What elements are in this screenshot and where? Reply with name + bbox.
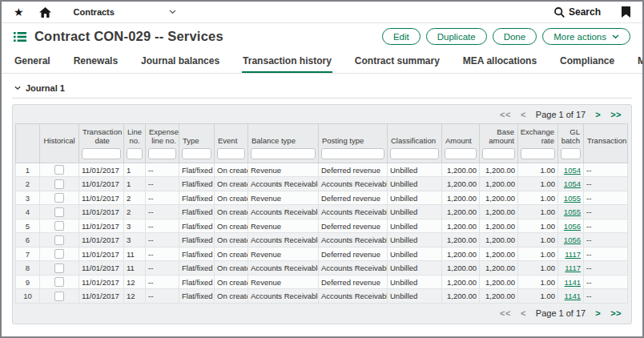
filter-input-expense-line-no[interactable]	[148, 148, 176, 159]
pager-next-button[interactable]: >	[595, 308, 601, 318]
gl-batch-link[interactable]: 1055	[564, 207, 581, 216]
cell-type: Flat/fixed	[179, 191, 215, 204]
cell-transaction-date: 11/01/2017	[79, 261, 124, 275]
historical-checkbox[interactable]	[54, 264, 64, 273]
tab-renewals[interactable]: Renewals	[73, 55, 119, 73]
column-header-transaction[interactable]: Transaction	[584, 124, 628, 163]
pager-last-button[interactable]: >>	[610, 110, 622, 119]
column-label: Historical	[42, 127, 77, 146]
column-header-amount[interactable]: Amount	[442, 124, 480, 163]
gl-batch-link[interactable]: 1141	[565, 278, 581, 287]
cell-posting-type: Deferred revenue	[319, 163, 388, 177]
filter-input-base-amount[interactable]	[482, 148, 515, 159]
column-header-line-no[interactable]: Line no.	[124, 124, 146, 163]
column-header-historical[interactable]: Historical	[40, 124, 79, 163]
filter-input-event[interactable]	[217, 148, 245, 159]
pager-first-button[interactable]: <<	[500, 308, 511, 318]
filter-input-exchange-rate[interactable]	[521, 148, 555, 159]
cell-line-no: 11	[124, 247, 146, 260]
tab-journal-balances[interactable]: Journal balances	[140, 55, 220, 73]
favorites-star-icon[interactable]: ★	[14, 6, 24, 18]
more-actions-button[interactable]: More actions	[542, 28, 630, 45]
cell-posting-type: Deferred revenue	[319, 191, 388, 204]
cell-event: On create	[215, 163, 248, 177]
filter-input-line-no[interactable]	[127, 148, 143, 159]
cell-gl-batch: 1054	[558, 177, 584, 191]
column-header-gl-batch[interactable]: GL batch	[558, 124, 584, 163]
filter-input-classification[interactable]	[390, 148, 439, 159]
tab-mea-allocations[interactable]: MEA allocations	[462, 55, 537, 73]
done-button[interactable]: Done	[493, 28, 537, 45]
edit-button[interactable]: Edit	[382, 28, 421, 45]
column-header-posting-type[interactable]: Posting type	[319, 124, 388, 163]
gl-batch-link[interactable]: 1054	[564, 166, 581, 175]
historical-checkbox[interactable]	[54, 193, 64, 203]
cell-balance-type: Accounts Receivable	[248, 177, 319, 191]
search-button[interactable]: Search	[554, 6, 601, 18]
duplicate-button[interactable]: Duplicate	[426, 28, 487, 45]
chevron-down-icon	[169, 10, 176, 14]
cell-type: Flat/fixed	[179, 163, 215, 177]
historical-checkbox[interactable]	[54, 292, 64, 301]
cell-base-amount: 1,200.00	[480, 191, 518, 204]
column-header-type[interactable]: Type	[179, 124, 215, 163]
column-header-classification[interactable]: Classification	[388, 124, 442, 163]
pager-prev-button[interactable]: <	[521, 110, 526, 119]
filter-input-gl-batch[interactable]	[561, 148, 581, 159]
tab-transaction-history[interactable]: Transaction history	[242, 55, 332, 73]
table-row: 811/01/201711--Flat/fixedOn createAccoun…	[16, 261, 628, 275]
home-icon[interactable]	[39, 7, 51, 18]
journal-section-toggle[interactable]: Journal 1	[12, 83, 632, 99]
gl-batch-link[interactable]: 1054	[564, 179, 581, 188]
cell-classification: Unbilled	[388, 163, 442, 177]
cell-classification: Unbilled	[388, 247, 442, 260]
cell-amount: 1,200.00	[442, 177, 480, 191]
historical-checkbox[interactable]	[54, 207, 64, 217]
app-menu-dropdown[interactable]: Contracts	[74, 7, 176, 17]
pager-first-button[interactable]: <<	[500, 110, 511, 119]
cell-gl-batch: 1117	[558, 247, 584, 260]
gl-batch-link[interactable]: 1056	[564, 235, 581, 244]
historical-checkbox[interactable]	[54, 249, 64, 259]
column-header-num[interactable]	[16, 124, 40, 163]
cell-balance-type: Accounts Receivable	[248, 261, 319, 275]
pager-last-button[interactable]: >>	[610, 308, 622, 318]
bookmark-icon[interactable]	[622, 6, 630, 18]
gl-batch-link[interactable]: 1141	[565, 292, 581, 300]
column-header-event[interactable]: Event	[215, 124, 248, 163]
cell-expense-line-no: --	[146, 233, 179, 247]
filter-input-amount[interactable]	[445, 148, 477, 159]
column-header-transaction-date[interactable]: Transaction date	[79, 124, 124, 163]
gl-batch-link[interactable]: 1056	[564, 222, 581, 231]
gl-batch-link[interactable]: 1055	[564, 194, 581, 203]
filter-input-balance-type[interactable]	[251, 148, 316, 159]
table-row: 511/01/20173--Flat/fixedOn createRevenue…	[16, 219, 628, 232]
cell-transaction-date: 11/01/2017	[79, 163, 124, 177]
filter-input-type[interactable]	[182, 148, 211, 159]
historical-checkbox[interactable]	[54, 277, 64, 287]
tab-compliance[interactable]: Compliance	[559, 55, 615, 73]
cell-exchange-rate: 1.00	[518, 191, 558, 204]
historical-checkbox[interactable]	[54, 221, 64, 231]
tab-general[interactable]: General	[14, 55, 51, 73]
pager-prev-button[interactable]: <	[521, 308, 526, 318]
column-header-balance-type[interactable]: Balance type	[248, 124, 319, 163]
pager-next-button[interactable]: >	[595, 110, 601, 119]
column-header-base-amount[interactable]: Base amount	[480, 124, 518, 163]
column-header-exchange-rate[interactable]: Exchange rate	[518, 124, 558, 163]
column-header-expense-line-no[interactable]: Expense line no.	[146, 124, 179, 163]
record-list-icon[interactable]	[14, 31, 26, 42]
cell-classification: Unbilled	[388, 219, 442, 232]
historical-checkbox[interactable]	[54, 179, 64, 189]
gl-batch-link[interactable]: 1117	[565, 250, 581, 259]
historical-checkbox[interactable]	[54, 235, 64, 245]
tab-mrr-history[interactable]: MRR history	[637, 55, 644, 73]
historical-checkbox[interactable]	[54, 165, 64, 175]
tab-contract-summary[interactable]: Contract summary	[354, 55, 441, 73]
filter-input-transaction-date[interactable]	[82, 148, 121, 159]
gl-batch-link[interactable]: 1117	[565, 264, 581, 272]
cell-base-amount: 1,200.00	[480, 261, 518, 275]
filter-input-posting-type[interactable]	[321, 148, 384, 159]
cell-event: On create	[215, 233, 248, 247]
cell-num: 5	[16, 219, 40, 232]
